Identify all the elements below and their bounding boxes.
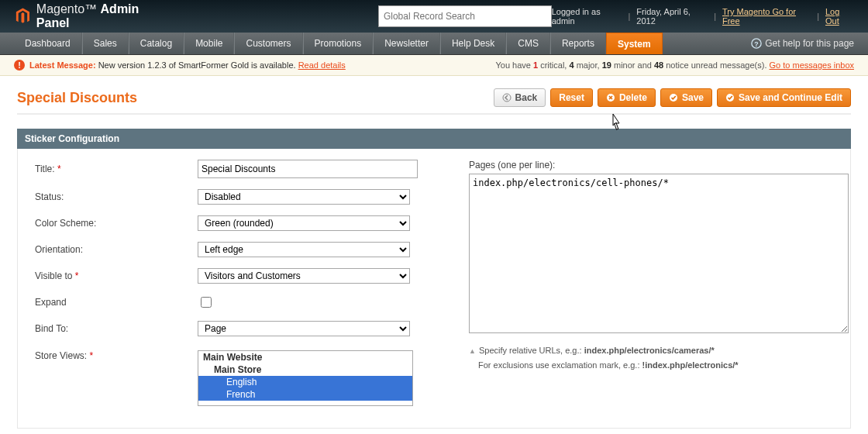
admin-header: Magento™ Admin Panel Logged in as admin … bbox=[0, 0, 868, 33]
store-views-listbox[interactable]: Main Website Main Store English French bbox=[198, 350, 413, 406]
latest-message-label: Latest Message: bbox=[29, 60, 96, 70]
magento-logo-icon bbox=[14, 7, 32, 26]
message-bar: ! Latest Message: New version 1.2.3 of S… bbox=[0, 55, 868, 76]
store-website[interactable]: Main Website bbox=[198, 351, 412, 363]
reset-button[interactable]: Reset bbox=[550, 88, 593, 107]
try-magento-link[interactable]: Try Magento Go for Free bbox=[722, 7, 811, 26]
color-scheme-label: Color Scheme: bbox=[35, 218, 198, 229]
main-nav: DashboardSalesCatalogMobileCustomersProm… bbox=[0, 33, 868, 55]
title-input[interactable] bbox=[198, 160, 418, 178]
header-meta: Logged in as admin | Friday, April 6, 20… bbox=[552, 7, 854, 26]
store-view-french[interactable]: French bbox=[198, 388, 412, 401]
delete-button[interactable]: Delete bbox=[598, 88, 656, 107]
alert-icon: ! bbox=[14, 60, 25, 71]
logout-link[interactable]: Log Out bbox=[825, 7, 854, 26]
section-header: Sticker Configuration bbox=[17, 129, 851, 149]
nav-item-reports[interactable]: Reports bbox=[550, 33, 606, 54]
expand-label: Expand bbox=[35, 297, 198, 308]
back-icon bbox=[502, 93, 512, 102]
magento-logo: Magento™ Admin Panel bbox=[14, 2, 169, 30]
latest-message-text: New version 1.2.3 of SmartFormer Gold is… bbox=[98, 60, 296, 70]
global-search-input[interactable] bbox=[378, 5, 552, 27]
nav-item-dashboard[interactable]: Dashboard bbox=[14, 33, 82, 54]
check-icon bbox=[725, 93, 735, 102]
status-label: Status: bbox=[35, 191, 198, 202]
title-label: Title: * bbox=[35, 164, 198, 174]
delete-icon bbox=[606, 93, 615, 102]
pages-label: Pages (one per line): bbox=[469, 160, 849, 170]
brand-text: Magento™ Admin Panel bbox=[36, 2, 169, 30]
store-group[interactable]: Main Store bbox=[198, 363, 412, 376]
visible-to-select[interactable]: Visitors and Customers bbox=[198, 268, 410, 284]
nav-help-link[interactable]: ? Get help for this page bbox=[751, 33, 854, 54]
save-button[interactable]: Save bbox=[660, 88, 712, 107]
nav-item-cms[interactable]: CMS bbox=[506, 33, 550, 54]
action-buttons: Back Reset Delete Save Save and Continue… bbox=[494, 88, 851, 107]
svg-point-2 bbox=[503, 94, 511, 102]
read-details-link[interactable]: Read details bbox=[298, 60, 346, 70]
nav-item-system[interactable]: System bbox=[606, 33, 663, 54]
nav-item-sales[interactable]: Sales bbox=[82, 33, 129, 54]
hint-arrow-icon: ▲ bbox=[469, 347, 476, 355]
nav-item-mobile[interactable]: Mobile bbox=[184, 33, 234, 54]
pages-textarea[interactable] bbox=[469, 174, 849, 333]
page-header: Special Discounts Back Reset Delete Save… bbox=[0, 76, 868, 113]
bind-to-select[interactable]: Page bbox=[198, 321, 410, 336]
back-button[interactable]: Back bbox=[494, 88, 546, 107]
nav-item-customers[interactable]: Customers bbox=[234, 33, 302, 54]
message-counts: You have 1 critical, 4 major, 19 minor a… bbox=[495, 60, 854, 70]
check-icon bbox=[669, 93, 678, 102]
color-scheme-select[interactable]: Green (rounded) bbox=[198, 215, 410, 231]
orientation-select[interactable]: Left edge bbox=[198, 242, 410, 257]
bind-to-label: Bind To: bbox=[35, 323, 198, 334]
nav-item-promotions[interactable]: Promotions bbox=[303, 33, 374, 54]
pages-hint: ▲Specify relative URLs, e.g.: index.php/… bbox=[469, 343, 849, 372]
nav-item-help-desk[interactable]: Help Desk bbox=[440, 33, 506, 54]
nav-item-newsletter[interactable]: Newsletter bbox=[373, 33, 440, 54]
store-views-label: Store Views: * bbox=[35, 350, 198, 361]
save-continue-button[interactable]: Save and Continue Edit bbox=[717, 88, 851, 107]
orientation-label: Orientation: bbox=[35, 244, 198, 255]
visible-to-label: Visible to * bbox=[35, 270, 198, 281]
divider bbox=[17, 113, 851, 115]
nav-item-catalog[interactable]: Catalog bbox=[129, 33, 184, 54]
svg-text:?: ? bbox=[755, 40, 759, 48]
expand-checkbox[interactable] bbox=[201, 297, 212, 308]
form-left-column: Title: * Status: Disabled Color Scheme: … bbox=[35, 160, 438, 417]
header-date: Friday, April 6, 2012 bbox=[636, 7, 708, 26]
logged-in-text: Logged in as admin bbox=[552, 7, 622, 26]
form-right-column: Pages (one per line): ▲Specify relative … bbox=[469, 160, 849, 417]
store-view-english[interactable]: English bbox=[198, 376, 412, 388]
page-title: Special Discounts bbox=[17, 90, 137, 106]
help-icon: ? bbox=[751, 38, 762, 49]
form-panel: Title: * Status: Disabled Color Scheme: … bbox=[17, 149, 851, 429]
messages-inbox-link[interactable]: Go to messages inbox bbox=[770, 60, 854, 70]
status-select[interactable]: Disabled bbox=[198, 189, 410, 205]
